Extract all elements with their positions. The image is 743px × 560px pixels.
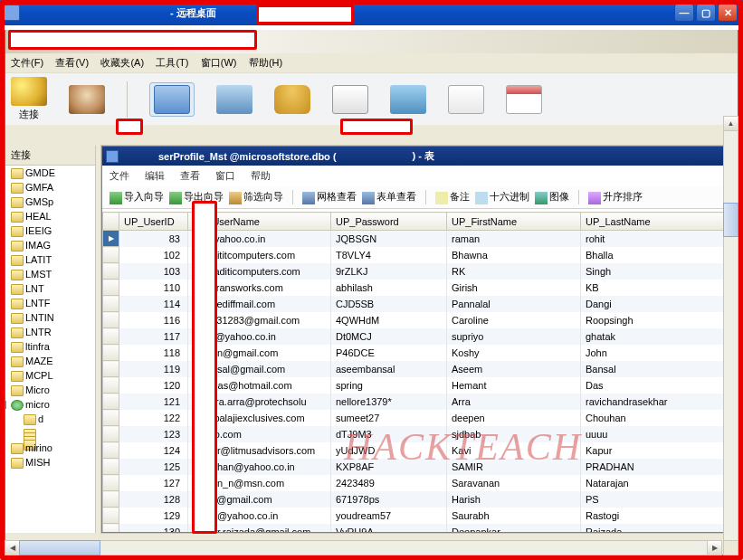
tree-item[interactable]: HEAL (5, 209, 95, 223)
cell-password[interactable]: 4QWHdM (331, 312, 447, 328)
minimize-button[interactable]: — (674, 4, 694, 22)
col-password[interactable]: UP_Password (331, 213, 447, 231)
cell-firstname[interactable]: Caroline (447, 312, 581, 328)
row-header[interactable] (103, 508, 119, 524)
cell-userid[interactable]: 102 (119, 247, 188, 263)
row-header[interactable] (103, 328, 119, 345)
cell-password[interactable]: JQBSGN (331, 231, 447, 247)
tree-item[interactable]: MISH (5, 455, 95, 470)
row-header[interactable] (103, 280, 119, 296)
menu-view[interactable]: 查看(V) (55, 57, 89, 68)
cell-lastname[interactable]: Chouhan (581, 410, 733, 426)
cell-lastname[interactable]: Bhalla (581, 247, 733, 263)
cell-firstname[interactable]: SAMIR (447, 459, 581, 475)
cell-firstname[interactable]: Saravanan (447, 475, 581, 491)
tree-item[interactable]: LATIT (5, 252, 95, 267)
cell-userid[interactable]: 125 (119, 459, 188, 475)
menu-window[interactable]: 窗口(W) (201, 57, 237, 68)
tb-memo[interactable]: 备注 (435, 190, 470, 204)
tree-item[interactable]: LNTR (5, 325, 95, 339)
tb-formview[interactable]: 表单查看 (362, 190, 416, 204)
cell-firstname[interactable]: Aseem (447, 361, 581, 377)
cell-password[interactable]: 671978ps (331, 491, 447, 508)
tb-image[interactable]: 图像 (535, 190, 569, 204)
row-header[interactable] (103, 263, 119, 280)
tree-item[interactable]: LNT (5, 281, 95, 296)
cell-userid[interactable]: 121 (119, 394, 188, 410)
cell-userid[interactable]: 127 (119, 475, 188, 491)
cell-userid[interactable]: 129 (119, 508, 188, 524)
close-button[interactable]: ✕ (718, 4, 738, 22)
cell-userid[interactable]: 128 (119, 491, 188, 508)
row-header[interactable] (103, 394, 119, 410)
tb-cal[interactable] (506, 85, 542, 114)
row-header[interactable] (103, 312, 119, 328)
row-header[interactable] (103, 410, 119, 426)
cell-lastname[interactable]: Bansal (581, 361, 733, 377)
tb-sortasc[interactable]: 升序排序 (588, 190, 643, 204)
tmenu-file[interactable]: 文件 (110, 170, 129, 181)
scrollbar-horizontal[interactable]: ◀ ▶ (5, 540, 722, 555)
cell-lastname[interactable]: Dangi (581, 296, 733, 312)
row-header[interactable] (103, 231, 119, 247)
tb-table[interactable] (149, 82, 195, 117)
menu-tools[interactable]: 工具(T) (156, 57, 188, 68)
cell-lastname[interactable]: John (581, 345, 733, 361)
tb-import[interactable]: 导入向导 (110, 190, 164, 204)
cell-userid[interactable]: 123 (119, 426, 188, 442)
tree-item[interactable]: Micro (5, 383, 95, 397)
col-userid[interactable]: UP_UserID (119, 213, 188, 231)
tree-item[interactable]: ltinfra (5, 339, 95, 354)
cell-password[interactable]: Dt0MCJ (331, 328, 447, 345)
col-firstname[interactable]: UP_FirstName (447, 213, 581, 231)
cell-lastname[interactable]: rohit (581, 231, 733, 247)
cell-password[interactable]: abhilash (331, 280, 447, 296)
scrollbar-vertical[interactable]: ▲ ▼ (723, 116, 738, 555)
table-titlebar[interactable]: serProfile_Mst @microsoftstore.dbo ( ) -… (102, 147, 733, 166)
tree-item[interactable]: MCPL (5, 368, 95, 383)
tree-item[interactable]: GMDE (5, 166, 95, 180)
cell-password[interactable]: KXP8AF (331, 459, 447, 475)
cell-firstname[interactable]: RK (447, 263, 581, 280)
cell-lastname[interactable]: Raizada (581, 524, 733, 533)
cell-lastname[interactable]: ghatak (581, 328, 733, 345)
tb-report[interactable] (332, 85, 368, 114)
tree-item[interactable]: LNTIN (5, 310, 95, 325)
row-header[interactable] (103, 345, 119, 361)
menu-file[interactable]: 文件(F) (11, 57, 43, 68)
cell-firstname[interactable]: supriyo (447, 328, 581, 345)
tb-filter[interactable]: 筛选向导 (229, 190, 283, 204)
cell-firstname[interactable]: deepen (447, 410, 581, 426)
cell-userid[interactable]: 116 (119, 312, 188, 328)
tb-doc[interactable] (448, 85, 484, 114)
cell-lastname[interactable]: Rastogi (581, 508, 733, 524)
cell-password[interactable]: yUdJWD (331, 442, 447, 459)
tree-item[interactable]: micro− (5, 397, 95, 412)
cell-lastname[interactable]: PS (581, 491, 733, 508)
cell-userid[interactable]: 130 (119, 524, 188, 533)
cell-password[interactable]: 2423489 (331, 475, 447, 491)
menu-fav[interactable]: 收藏夹(A) (100, 57, 144, 68)
cell-password[interactable]: VyRH9A (331, 524, 447, 533)
row-header[interactable] (103, 296, 119, 312)
menu-help[interactable]: 帮助(H) (249, 57, 282, 68)
cell-firstname[interactable]: sjdbab (447, 426, 581, 442)
tmenu-window[interactable]: 窗口 (215, 170, 235, 181)
cell-password[interactable]: spring (331, 377, 447, 394)
tree-item[interactable]: IMAG (5, 238, 95, 252)
row-header[interactable] (103, 459, 119, 475)
row-header[interactable] (103, 491, 119, 508)
cell-password[interactable]: sumeet27 (331, 410, 447, 426)
cell-lastname[interactable]: Das (581, 377, 733, 394)
cell-password[interactable]: CJD5SB (331, 296, 447, 312)
cell-password[interactable]: aseembansal (331, 361, 447, 377)
row-header[interactable] (103, 442, 119, 459)
cell-lastname[interactable]: PRADHAN (581, 459, 733, 475)
tree-item[interactable]: mirino (5, 441, 95, 455)
row-header[interactable] (103, 247, 119, 263)
cell-password[interactable]: dTJ9M3 (331, 426, 447, 442)
tree-item[interactable]: GMFA (5, 180, 95, 195)
col-lastname[interactable]: UP_LastName (581, 213, 733, 231)
tb-user[interactable] (69, 85, 105, 114)
row-header[interactable] (103, 524, 119, 533)
